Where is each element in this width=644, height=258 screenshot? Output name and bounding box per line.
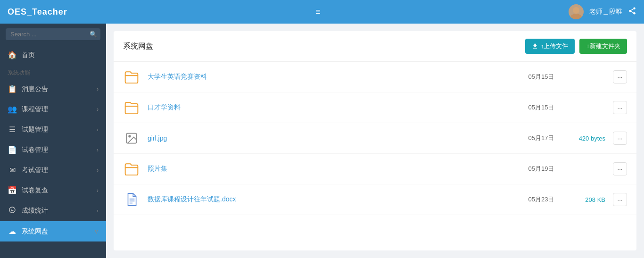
- news-arrow: ›: [97, 86, 99, 92]
- panel-title: 系统网盘: [123, 42, 153, 51]
- file-date: 05月15日: [522, 103, 560, 112]
- review-icon: 📅: [8, 186, 17, 195]
- app-logo: OES_Teacher: [8, 7, 67, 17]
- sidebar-item-disk[interactable]: ☁ 系统网盘 ∨: [0, 221, 106, 241]
- sidebar-item-home[interactable]: 🏠 首页: [0, 45, 106, 65]
- disk-icon: ☁: [8, 227, 17, 236]
- svg-line-5: [631, 11, 633, 13]
- question-icon: ☰: [8, 125, 17, 134]
- news-label: 消息公告: [22, 85, 92, 93]
- search-input[interactable]: [10, 31, 90, 38]
- folder-icon: [123, 99, 140, 116]
- new-folder-button[interactable]: +新建文件夹: [579, 39, 627, 54]
- table-row: 数据库课程设计往年试题.docx 05月23日 208 KB ···: [114, 184, 636, 215]
- stats-icon: [8, 206, 17, 216]
- sidebar: 🔍 🏠 首页 系统功能 📋 消息公告 › 👥 课程管理 › ☰ 试题管理 › 📄…: [0, 24, 106, 258]
- file-name[interactable]: 大学生英语竞赛资料: [148, 73, 515, 81]
- sidebar-item-exam[interactable]: ✉ 考试管理 ›: [0, 160, 106, 180]
- paper-label: 试卷管理: [22, 146, 92, 154]
- panel-actions: ↑上传文件 +新建文件夹: [525, 39, 627, 54]
- search-wrap: 🔍: [6, 28, 100, 40]
- home-icon: 🏠: [8, 50, 17, 59]
- stats-arrow: ›: [97, 208, 99, 214]
- question-label: 试题管理: [22, 125, 92, 134]
- svg-point-1: [570, 14, 582, 19]
- header-right: 老师＿段唯: [569, 4, 636, 19]
- file-name[interactable]: girl.jpg: [148, 134, 515, 142]
- upload-button[interactable]: ↑上传文件: [525, 39, 575, 54]
- paper-arrow: ›: [97, 147, 99, 153]
- hamburger-btn[interactable]: ≡: [315, 7, 321, 17]
- folder-icon: [123, 160, 140, 177]
- file-name[interactable]: 口才学资料: [148, 103, 515, 112]
- disk-label: 系统网盘: [22, 227, 90, 236]
- section-label: 系统功能: [0, 65, 106, 79]
- file-name[interactable]: 数据库课程设计往年试题.docx: [148, 195, 515, 204]
- file-more-button[interactable]: ···: [613, 162, 627, 175]
- file-more-button[interactable]: ···: [613, 132, 627, 145]
- disk-arrow: ∨: [94, 228, 99, 235]
- search-icon[interactable]: 🔍: [90, 31, 97, 38]
- exam-icon: ✉: [8, 166, 17, 175]
- course-label: 课程管理: [22, 105, 92, 114]
- svg-point-4: [633, 12, 636, 15]
- table-row: 口才学资料 05月15日 ···: [114, 92, 636, 123]
- sidebar-item-stats[interactable]: 成绩统计 ›: [0, 200, 106, 221]
- file-date: 05月23日: [522, 195, 560, 204]
- file-date: 05月17日: [522, 134, 560, 142]
- file-date: 05月19日: [522, 165, 560, 173]
- sidebar-item-paper[interactable]: 📄 试卷管理 ›: [0, 140, 106, 160]
- sidebar-item-review[interactable]: 📅 试卷复查 ›: [0, 180, 106, 200]
- svg-point-3: [629, 10, 631, 12]
- header: OES_Teacher ≡ 老师＿段唯: [0, 0, 644, 24]
- content-panel: 系统网盘 ↑上传文件 +新建文件夹 大学生英: [114, 31, 636, 250]
- table-row: girl.jpg 05月17日 420 bytes ···: [114, 123, 636, 154]
- user-name: 老师＿段唯: [589, 8, 622, 16]
- image-icon: [123, 130, 140, 147]
- new-folder-label: +新建文件夹: [586, 42, 620, 50]
- exam-arrow: ›: [97, 167, 99, 174]
- table-row: 照片集 05月19日 ···: [114, 154, 636, 184]
- avatar: [569, 4, 584, 19]
- file-size: 208 KB: [568, 196, 605, 203]
- table-row: 大学生英语竞赛资料 05月15日 ···: [114, 62, 636, 92]
- file-more-button[interactable]: ···: [613, 101, 627, 114]
- search-box: 🔍: [0, 24, 106, 45]
- exam-label: 考试管理: [22, 166, 92, 175]
- file-more-button[interactable]: ···: [613, 193, 627, 206]
- panel-header: 系统网盘 ↑上传文件 +新建文件夹: [114, 31, 636, 62]
- share-icon[interactable]: [628, 7, 636, 17]
- svg-point-8: [129, 135, 131, 137]
- main-content: 系统网盘 ↑上传文件 +新建文件夹 大学生英: [106, 24, 644, 258]
- stats-label: 成绩统计: [22, 207, 92, 215]
- upload-label: ↑上传文件: [541, 42, 569, 50]
- file-size: 420 bytes: [568, 135, 605, 142]
- svg-point-2: [633, 8, 636, 10]
- file-date: 05月15日: [522, 73, 560, 81]
- svg-line-6: [631, 9, 633, 10]
- review-arrow: ›: [97, 187, 99, 194]
- doc-icon: [123, 191, 140, 208]
- course-arrow: ›: [97, 106, 99, 113]
- news-icon: 📋: [8, 84, 17, 93]
- home-label: 首页: [22, 51, 99, 59]
- question-arrow: ›: [97, 126, 99, 133]
- paper-icon: 📄: [8, 145, 17, 154]
- sidebar-item-news[interactable]: 📋 消息公告 ›: [0, 79, 106, 99]
- course-icon: 👥: [8, 105, 17, 114]
- sidebar-item-question[interactable]: ☰ 试题管理 ›: [0, 119, 106, 140]
- svg-point-0: [573, 7, 579, 14]
- header-left: OES_Teacher: [8, 7, 67, 17]
- folder-icon: [123, 68, 140, 85]
- file-list: 大学生英语竞赛资料 05月15日 ··· 口才学资料 05月15日 ···: [114, 62, 636, 250]
- layout: 🔍 🏠 首页 系统功能 📋 消息公告 › 👥 课程管理 › ☰ 试题管理 › 📄…: [0, 24, 644, 258]
- sidebar-item-course[interactable]: 👥 课程管理 ›: [0, 99, 106, 119]
- review-label: 试卷复查: [22, 186, 92, 195]
- file-name[interactable]: 照片集: [148, 165, 515, 173]
- file-more-button[interactable]: ···: [613, 70, 627, 83]
